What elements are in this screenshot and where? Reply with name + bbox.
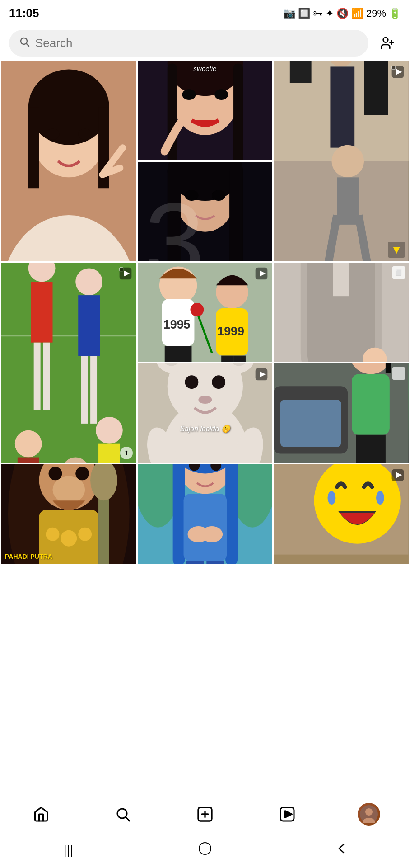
search-bar[interactable] — [9, 30, 368, 57]
svg-rect-48 — [43, 343, 50, 410]
grid-item-r4c3[interactable] — [274, 363, 409, 463]
svg-rect-39 — [229, 164, 243, 261]
reels-icon-r3c2 — [254, 266, 269, 283]
battery-icon: 🔋 — [389, 8, 401, 19]
recent-apps-icon: ||| — [63, 843, 73, 857]
reels-icon-r5c3 — [391, 468, 405, 484]
screen-icon: 🔲 — [298, 8, 310, 19]
profile-avatar[interactable] — [358, 803, 380, 826]
svg-point-20 — [182, 89, 196, 100]
photo-grid: sweetie — [0, 61, 410, 564]
svg-point-162 — [199, 843, 211, 854]
status-icons: 📷 🔲 🗝 ✦ 🔇 📶 29% 🔋 — [283, 8, 401, 19]
svg-point-21 — [214, 89, 228, 100]
svg-point-127 — [78, 528, 92, 541]
svg-point-30 — [332, 145, 364, 178]
svg-point-2 — [383, 38, 388, 42]
svg-point-160 — [365, 808, 373, 816]
svg-point-126 — [61, 530, 77, 547]
svg-line-153 — [126, 817, 130, 821]
svg-rect-58 — [98, 444, 120, 463]
svg-rect-61 — [119, 268, 123, 271]
nav-profile[interactable] — [351, 801, 387, 828]
svg-rect-74 — [221, 356, 233, 362]
svg-rect-50 — [78, 295, 100, 356]
status-time: 11:05 — [9, 6, 39, 20]
svg-rect-133 — [172, 464, 185, 564]
svg-point-95 — [185, 375, 198, 389]
svg-rect-112 — [356, 435, 371, 463]
svg-point-96 — [212, 375, 225, 389]
svg-rect-47 — [34, 343, 41, 410]
svg-rect-67 — [164, 346, 178, 362]
bottom-nav — [0, 796, 410, 832]
svg-text:3: 3 — [144, 181, 205, 261]
key-icon: 🗝 — [313, 8, 323, 19]
nav-reels[interactable] — [269, 801, 305, 828]
svg-rect-51 — [81, 356, 88, 424]
svg-point-49 — [75, 268, 102, 295]
grid-item-r3c3[interactable]: ⬜ — [274, 263, 409, 362]
grid-item-r2c2[interactable]: 3 — [138, 162, 273, 261]
back-icon — [335, 842, 348, 858]
reels-icon-r4c2 — [254, 367, 269, 383]
status-bar: 11:05 📷 🔲 🗝 ✦ 🔇 📶 29% 🔋 — [0, 0, 410, 25]
grid-item-r5c2[interactable] — [138, 464, 273, 564]
recent-apps-button[interactable]: ||| — [50, 839, 86, 861]
search-icon — [19, 36, 30, 50]
svg-point-70 — [190, 303, 204, 316]
svg-point-12 — [78, 129, 92, 140]
reels-icon-r1c3 — [391, 65, 405, 81]
battery-text: 29% — [366, 8, 386, 19]
sweetie-label: sweetie — [194, 65, 217, 72]
sajori-text: Sajori loclda 🤫 — [180, 425, 230, 433]
grid-item-r1c2[interactable]: sweetie — [138, 61, 273, 160]
search-container — [0, 25, 410, 61]
svg-rect-19 — [233, 63, 243, 160]
svg-point-119 — [52, 476, 85, 503]
home-button[interactable] — [187, 839, 223, 861]
square-icon: ⬜ — [392, 266, 405, 279]
svg-rect-29 — [364, 61, 388, 115]
svg-rect-111 — [352, 374, 390, 434]
svg-rect-27 — [331, 66, 355, 147]
grid-item-r3c1[interactable]: ⬆ — [1, 263, 136, 463]
svg-rect-34 — [392, 66, 396, 70]
add-friend-button[interactable] — [374, 29, 401, 57]
svg-rect-140 — [186, 561, 204, 564]
svg-point-148 — [328, 491, 336, 505]
nav-search[interactable] — [105, 801, 141, 828]
grid-item-r3c2[interactable]: 1995 1999 — [138, 263, 273, 362]
svg-point-125 — [46, 528, 60, 541]
svg-rect-141 — [206, 561, 224, 564]
grid-item-r1c3[interactable]: ▼ — [274, 61, 409, 261]
system-nav: ||| — [0, 832, 410, 868]
grid-item-r5c3[interactable] — [274, 464, 409, 564]
grid-item-r1c1[interactable] — [1, 61, 136, 261]
grid-item-r5c1[interactable]: PAHADI PUTRA — [1, 464, 136, 564]
home-circle-icon — [198, 841, 212, 859]
grid-item-r4c2[interactable]: Sajori loclda 🤫 — [138, 363, 273, 463]
svg-rect-54 — [18, 458, 39, 463]
svg-point-57 — [96, 417, 123, 444]
svg-point-41 — [212, 190, 225, 201]
svg-point-139 — [201, 526, 223, 542]
svg-text:1995: 1995 — [163, 318, 190, 331]
nav-add[interactable] — [187, 801, 223, 828]
svg-point-8 — [28, 69, 109, 145]
back-button[interactable] — [324, 839, 360, 861]
search-input[interactable] — [35, 36, 359, 50]
svg-point-120 — [49, 467, 62, 480]
download-chevron: ▼ — [388, 242, 405, 258]
svg-line-1 — [27, 44, 29, 47]
wifi-icon: 📶 — [351, 8, 363, 19]
mute-icon: 🔇 — [336, 8, 349, 19]
svg-point-53 — [15, 430, 42, 458]
svg-rect-137 — [183, 494, 227, 561]
video-icon: 📷 — [283, 8, 295, 19]
square-icon-r4c3 — [392, 367, 405, 380]
svg-point-97 — [198, 396, 212, 404]
location-icon: ⬆ — [120, 447, 133, 459]
nav-home[interactable] — [23, 801, 59, 828]
svg-rect-143 — [274, 555, 409, 564]
